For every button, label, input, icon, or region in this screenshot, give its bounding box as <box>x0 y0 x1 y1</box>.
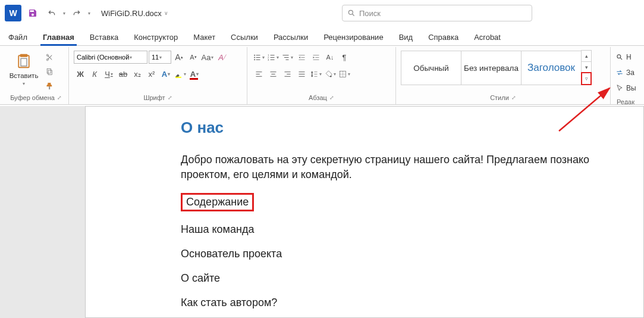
bold-button[interactable]: Ж <box>74 67 87 80</box>
tab-help[interactable]: Справка <box>426 29 461 45</box>
italic-button[interactable]: К <box>88 67 101 80</box>
group-styles: Обычный Без интервала Заголовок ▴ ▾ ▿ Ст… <box>396 47 611 104</box>
strikethrough-button[interactable]: ab <box>117 67 130 80</box>
align-left-icon[interactable] <box>252 67 265 80</box>
svg-point-47 <box>330 76 332 77</box>
underline-button[interactable]: Ч▾ <box>102 67 115 80</box>
svg-text:3: 3 <box>268 58 269 61</box>
tab-file[interactable]: Файл <box>6 29 30 45</box>
svg-line-52 <box>620 58 622 60</box>
tab-acrobat[interactable]: Acrobat <box>472 29 503 45</box>
font-color-icon[interactable]: A▾ <box>188 67 201 80</box>
font-name-combo[interactable]: Calibri (Основной▾ <box>74 51 147 64</box>
group-font: Calibri (Основной▾ 11▾ A▴ A▾ Aa▾ A⧸ Ж К … <box>69 47 247 104</box>
body-paragraph: Добро пожаловать на эту секретную страни… <box>181 152 643 182</box>
grow-font-icon[interactable]: A▴ <box>172 51 186 64</box>
bullets-icon[interactable]: ▾ <box>252 51 265 64</box>
subscript-button[interactable]: x₂ <box>131 67 144 80</box>
align-center-icon[interactable] <box>266 67 279 80</box>
group-paragraph: ▾ 123▾ ▾ A↓ ¶ ▾ ▾ ▾ Абзац ⤢ <box>247 47 396 104</box>
undo-icon[interactable] <box>44 5 59 21</box>
tab-references[interactable]: Ссылки <box>228 29 260 45</box>
superscript-button[interactable]: x² <box>145 67 158 80</box>
group-clipboard: Вставить ▾ Буфер обмена ⤢ <box>4 47 69 104</box>
align-right-icon[interactable] <box>281 67 294 80</box>
change-case-icon[interactable]: Aa▾ <box>201 51 214 64</box>
tab-review[interactable]: Рецензирование <box>321 29 385 45</box>
word-app-icon: W <box>5 5 21 21</box>
copy-icon[interactable] <box>43 65 56 78</box>
text-effects-icon[interactable]: A▾ <box>159 67 172 80</box>
line-spacing-icon[interactable]: ▾ <box>309 67 322 80</box>
group-editing: Н За Вы Редак <box>611 47 640 104</box>
format-painter-icon[interactable] <box>43 79 56 92</box>
document-page[interactable]: О нас Добро пожаловать на эту секретную … <box>85 106 644 318</box>
find-button[interactable]: Н <box>615 51 632 64</box>
styles-expand-icon[interactable]: ▿ <box>581 72 592 85</box>
justify-icon[interactable] <box>295 67 308 80</box>
toc-item-0: Содержание <box>181 193 643 211</box>
paste-button[interactable]: Вставить ▾ <box>7 48 40 86</box>
borders-icon[interactable]: ▾ <box>338 67 351 80</box>
search-placeholder: Поиск <box>359 9 381 18</box>
svg-point-51 <box>617 55 621 58</box>
sort-icon[interactable]: A↓ <box>323 51 337 64</box>
clear-formatting-icon[interactable]: A⧸ <box>215 51 228 64</box>
select-button[interactable]: Вы <box>615 82 636 95</box>
paragraph-launcher-icon[interactable]: ⤢ <box>329 95 334 101</box>
heading-1: О нас <box>181 119 643 137</box>
styles-launcher-icon[interactable]: ⤢ <box>511 95 516 101</box>
document-area: О нас Добро пожаловать на эту секретную … <box>0 106 644 318</box>
toc-item-3: О сайте <box>181 272 643 285</box>
decrease-indent-icon[interactable] <box>295 51 308 64</box>
toc-item-4: Как стать автором? <box>181 297 643 309</box>
document-filename[interactable]: WiFiGiD.RU.docx ∨ <box>101 9 168 18</box>
svg-point-0 <box>348 10 353 14</box>
ribbon-tabs: Файл Главная Вставка Конструктор Макет С… <box>0 26 644 45</box>
ribbon: Вставить ▾ Буфер обмена ⤢ Calibri (Основ… <box>0 45 644 105</box>
tab-design[interactable]: Конструктор <box>131 29 180 45</box>
font-launcher-icon[interactable]: ⤢ <box>168 95 172 101</box>
multilevel-list-icon[interactable]: ▾ <box>281 51 294 64</box>
toc-item-1: Наша команда <box>181 223 643 236</box>
svg-point-15 <box>254 59 255 60</box>
replace-button[interactable]: За <box>615 66 634 79</box>
styles-scroll-up-icon[interactable]: ▴ <box>581 50 592 62</box>
save-icon[interactable] <box>25 5 40 21</box>
svg-rect-10 <box>175 76 181 77</box>
styles-scroll-down-icon[interactable]: ▾ <box>581 61 592 73</box>
numbering-icon[interactable]: 123▾ <box>266 51 279 64</box>
style-heading[interactable]: Заголовок <box>521 51 582 85</box>
font-size-combo[interactable]: 11▾ <box>149 51 171 64</box>
increase-indent-icon[interactable] <box>309 51 322 64</box>
redo-icon[interactable] <box>69 5 84 21</box>
svg-rect-9 <box>49 86 50 89</box>
shading-icon[interactable]: ▾ <box>323 67 337 80</box>
tab-mailings[interactable]: Рассылки <box>271 29 310 45</box>
show-marks-icon[interactable]: ¶ <box>338 51 351 64</box>
svg-rect-8 <box>47 68 51 73</box>
cut-icon[interactable] <box>43 51 56 64</box>
tab-home[interactable]: Главная <box>40 29 77 45</box>
title-bar: W ▾ ▾ WiFiGiD.RU.docx ∨ Поиск <box>0 0 644 26</box>
style-no-spacing[interactable]: Без интервала <box>461 51 522 85</box>
tab-insert[interactable]: Вставка <box>87 29 121 45</box>
search-box[interactable]: Поиск <box>342 5 532 21</box>
svg-line-1 <box>353 14 354 16</box>
svg-rect-7 <box>48 70 52 75</box>
toc-item-2: Основатель проекта <box>181 248 643 260</box>
highlight-color-icon[interactable]: ▾ <box>174 67 187 80</box>
svg-point-13 <box>254 57 255 58</box>
svg-rect-4 <box>21 58 27 66</box>
tab-layout[interactable]: Макет <box>191 29 218 45</box>
clipboard-launcher-icon[interactable]: ⤢ <box>57 95 62 101</box>
tab-view[interactable]: Вид <box>397 29 416 45</box>
svg-point-11 <box>254 54 255 55</box>
shrink-font-icon[interactable]: A▾ <box>187 51 200 64</box>
style-normal[interactable]: Обычный <box>401 51 461 85</box>
